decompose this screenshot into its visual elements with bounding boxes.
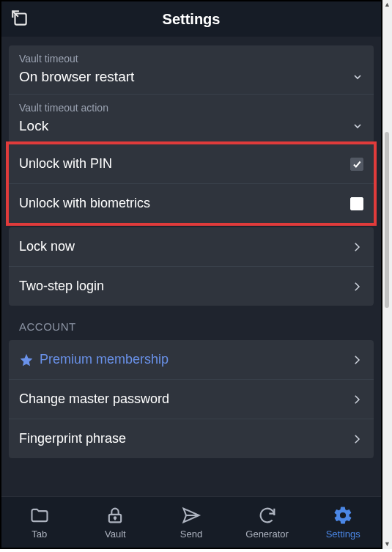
fingerprint-label: Fingerprint phrase [19,431,126,446]
chevron-right-icon [350,433,363,446]
highlight-annotation: Unlock with PIN Unlock with biometrics [6,141,377,226]
tab-label: Settings [326,529,360,540]
vault-timeout-action-value: Lock [19,118,48,134]
unlock-bio-checkbox[interactable] [350,197,363,210]
tab-send[interactable]: Send [153,505,229,540]
unlock-pin-label: Unlock with PIN [19,156,112,172]
send-icon [181,505,201,526]
refresh-icon [257,505,278,526]
chevron-right-icon [350,393,363,406]
tab-tab[interactable]: Tab [1,505,78,540]
folder-icon [29,505,50,526]
two-step-label: Two-step login [19,279,104,294]
unlock-pin-checkbox[interactable] [350,158,363,171]
chevron-down-icon [352,120,363,132]
gear-icon [333,505,353,526]
account-section-header: ACCOUNT [9,310,374,340]
fingerprint-phrase-row[interactable]: Fingerprint phrase [9,419,374,458]
tab-vault[interactable]: Vault [78,505,154,540]
chevron-right-icon [350,280,363,293]
tab-label: Generator [245,529,289,540]
vault-timeout-field[interactable]: Vault timeout On browser restart [9,45,374,95]
scrollbar[interactable]: ▲ ▼ [382,0,392,549]
vault-timeout-action-field[interactable]: Vault timeout action Lock [9,95,374,143]
lock-now-row[interactable]: Lock now [9,227,374,267]
account-section: Premium membership Change master passwor… [9,340,374,458]
popout-button[interactable] [10,9,29,28]
two-step-login-row[interactable]: Two-step login [9,267,374,306]
premium-membership-row[interactable]: Premium membership [9,340,374,380]
star-icon [19,353,34,367]
header: Settings [1,1,381,37]
unlock-with-pin-row[interactable]: Unlock with PIN [9,144,374,184]
scroll-down-arrow[interactable]: ▼ [382,540,392,549]
page-title: Settings [163,11,221,28]
premium-label: Premium membership [40,352,169,367]
tab-label: Tab [32,529,47,540]
security-section: Vault timeout On browser restart Vault t… [9,45,374,143]
vault-timeout-action-label: Vault timeout action [19,102,363,114]
vault-timeout-label: Vault timeout [19,53,363,65]
tab-settings[interactable]: Settings [305,505,381,540]
tab-bar: Tab Vault Send Generator Settings [1,496,381,548]
change-master-password-row[interactable]: Change master password [9,380,374,419]
unlock-with-biometrics-row[interactable]: Unlock with biometrics [9,184,374,223]
lock-icon [105,505,125,526]
chevron-right-icon [350,353,363,367]
lock-now-label: Lock now [19,239,75,254]
change-master-label: Change master password [19,391,169,407]
security-section-2: Lock now Two-step login [9,227,374,306]
svg-point-2 [114,517,116,518]
vault-timeout-value: On browser restart [19,69,134,85]
settings-content: Vault timeout On browser restart Vault t… [1,37,381,496]
chevron-down-icon [352,71,363,83]
tab-label: Vault [105,529,126,540]
scroll-thumb[interactable] [385,132,389,308]
chevron-right-icon [350,240,363,254]
tab-generator[interactable]: Generator [229,505,306,540]
unlock-bio-label: Unlock with biometrics [19,196,150,211]
tab-label: Send [180,529,202,540]
scroll-up-arrow[interactable]: ▲ [382,0,392,10]
